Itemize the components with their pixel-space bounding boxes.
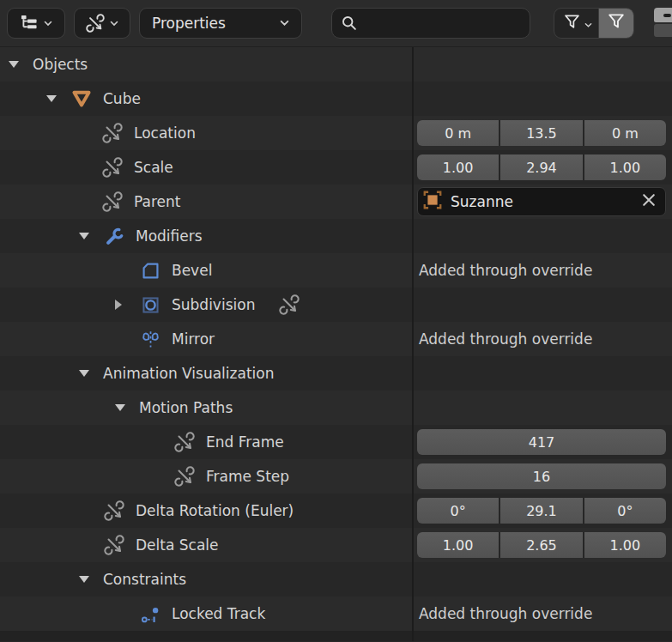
- tree-cell: Locked Track: [0, 597, 412, 631]
- outliner-editor: Properties: [0, 0, 672, 642]
- tree-row-parent[interactable]: ParentSuzanne: [0, 185, 672, 219]
- archive-icon[interactable]: [654, 8, 672, 39]
- value-field[interactable]: 1.00: [417, 154, 499, 180]
- tree-item-label: Location: [134, 124, 196, 142]
- tree-cell: Frame Step: [0, 459, 412, 494]
- value-cell: Added through override: [412, 597, 672, 631]
- chevron-down-icon: [280, 20, 289, 27]
- tree-row-scale[interactable]: Scale1.002.941.00: [0, 150, 672, 185]
- library-override-icon: [103, 500, 125, 522]
- tree-row-subdivision[interactable]: Subdivision: [0, 288, 672, 322]
- tree-row-delta-scale[interactable]: Delta Scale1.002.651.00: [0, 528, 672, 562]
- tree-item-label: Constraints: [103, 571, 186, 588]
- tree-row-constraints[interactable]: Constraints: [0, 562, 672, 597]
- tree-cell: Motion Paths: [0, 391, 412, 425]
- value-cell: 1.002.941.00: [412, 150, 672, 185]
- tree-item-label: Scale: [134, 159, 173, 176]
- tree-cell: Mirror: [0, 322, 412, 356]
- value-field[interactable]: 0°: [584, 498, 666, 524]
- library-override-icon: [101, 191, 124, 213]
- mirror-icon: [139, 328, 161, 350]
- object-reference-field[interactable]: Suzanne: [417, 187, 666, 216]
- tree-row-modifiers[interactable]: Modifiers: [0, 219, 672, 253]
- collapse-triangle-icon[interactable]: [9, 61, 33, 68]
- tree-row-objects[interactable]: Objects: [0, 47, 672, 82]
- value-segment-group: 0°29.10°: [417, 498, 666, 524]
- value-field[interactable]: 16: [417, 463, 666, 489]
- object-icon: [421, 189, 444, 215]
- tree-cell: Scale: [0, 150, 412, 185]
- tree-item-label: Motion Paths: [139, 399, 233, 416]
- tree-cell: Cube: [0, 82, 412, 116]
- expand-triangle-icon[interactable]: [115, 300, 139, 310]
- bevel-icon: [139, 259, 161, 282]
- x-icon[interactable]: [641, 192, 657, 211]
- tree-item-label: Cube: [103, 90, 141, 107]
- tree-row-delta-rotation-euler[interactable]: Delta Rotation (Euler)0°29.10°: [0, 494, 672, 528]
- tree-item-label: Locked Track: [172, 605, 265, 622]
- value-field[interactable]: 2.94: [500, 154, 582, 180]
- search-input[interactable]: [331, 8, 530, 39]
- override-note: Added through override: [417, 605, 592, 622]
- tree-item-label: Subdivision: [172, 296, 255, 313]
- display-mode-button[interactable]: [74, 8, 130, 39]
- tree-item-label: Parent: [134, 193, 180, 210]
- tree-row-frame-step[interactable]: Frame Step16: [0, 459, 672, 494]
- value-field[interactable]: 1.00: [584, 154, 666, 180]
- collapse-triangle-icon[interactable]: [79, 370, 103, 377]
- library-override-icon: [86, 14, 105, 33]
- display-mode-select[interactable]: Properties: [139, 8, 302, 39]
- tree-item-label: Mirror: [172, 330, 215, 348]
- funnel-icon: [563, 13, 581, 34]
- outliner-tree: ObjectsCubeLocation0 m13.50 mScale1.002.…: [0, 47, 672, 631]
- search-box: [331, 8, 530, 39]
- collapse-triangle-icon[interactable]: [79, 233, 103, 239]
- value-segment-group: 1.002.651.00: [417, 532, 666, 558]
- tree-item-label: Bevel: [172, 262, 212, 279]
- value-field[interactable]: 0°: [417, 498, 499, 524]
- library-override-icon: [101, 156, 124, 179]
- collapse-triangle-icon[interactable]: [46, 95, 70, 102]
- tree-cell: Subdivision: [0, 288, 412, 322]
- tree-row-end-frame[interactable]: End Frame417: [0, 425, 672, 459]
- tree-item-label: Animation Visualization: [103, 365, 274, 382]
- library-override-icon: [173, 431, 196, 453]
- subdivision-icon: [139, 294, 161, 316]
- value-field[interactable]: 29.1: [500, 498, 582, 524]
- value-field[interactable]: 1.00: [584, 532, 666, 558]
- value-field[interactable]: 13.5: [500, 120, 582, 146]
- tree-row-animation-visualization[interactable]: Animation Visualization: [0, 356, 672, 391]
- tree-item-label: Delta Scale: [136, 536, 219, 554]
- library-override-icon: [173, 465, 196, 488]
- value-field[interactable]: 0 m: [417, 120, 499, 146]
- value-field[interactable]: 417: [417, 429, 666, 455]
- filter-controls: [554, 8, 634, 39]
- tree-row-motion-paths[interactable]: Motion Paths: [0, 391, 672, 425]
- value-cell: [412, 219, 672, 253]
- tree-item-label: Frame Step: [206, 468, 289, 485]
- collapse-triangle-icon[interactable]: [79, 576, 103, 583]
- filter-dropdown-button[interactable]: [554, 9, 598, 38]
- value-cell: [412, 562, 672, 597]
- tree-cell: Location: [0, 116, 412, 150]
- value-field[interactable]: 2.65: [500, 532, 582, 558]
- funnel-icon: [607, 12, 626, 34]
- value-cell: Added through override: [412, 253, 672, 288]
- editor-type-button[interactable]: [7, 8, 65, 39]
- mesh-object-icon: [70, 88, 93, 110]
- bottom-strip: [0, 631, 672, 641]
- tree-row-locked-track[interactable]: Locked TrackAdded through override: [0, 597, 672, 631]
- tree-row-location[interactable]: Location0 m13.50 m: [0, 116, 672, 150]
- filter-toggle-button[interactable]: [598, 9, 633, 38]
- value-cell: [412, 82, 672, 116]
- wrench-icon: [103, 225, 125, 247]
- tree-row-bevel[interactable]: BevelAdded through override: [0, 253, 672, 288]
- value-field[interactable]: 1.00: [417, 532, 499, 558]
- value-field[interactable]: 0 m: [584, 120, 666, 146]
- tree-row-mirror[interactable]: MirrorAdded through override: [0, 322, 672, 356]
- chevron-down-icon: [584, 15, 592, 32]
- tree-cell: Parent: [0, 185, 412, 219]
- value-cell: Suzanne: [412, 185, 672, 219]
- collapse-triangle-icon[interactable]: [115, 404, 139, 411]
- tree-row-cube[interactable]: Cube: [0, 82, 672, 116]
